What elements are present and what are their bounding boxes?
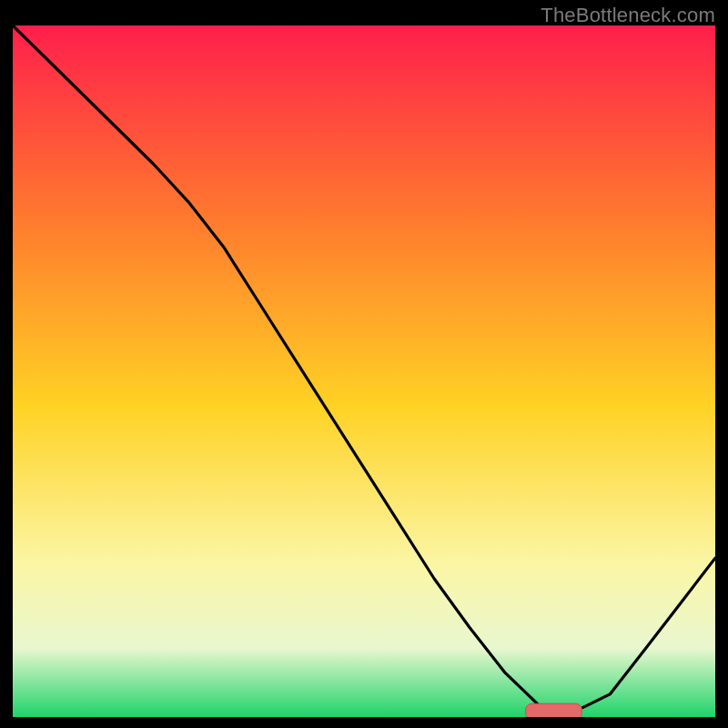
chart-frame bbox=[13, 25, 715, 717]
optimal-marker bbox=[526, 703, 582, 717]
watermark-text: TheBottleneck.com bbox=[541, 4, 715, 27]
bottleneck-chart bbox=[13, 25, 715, 717]
